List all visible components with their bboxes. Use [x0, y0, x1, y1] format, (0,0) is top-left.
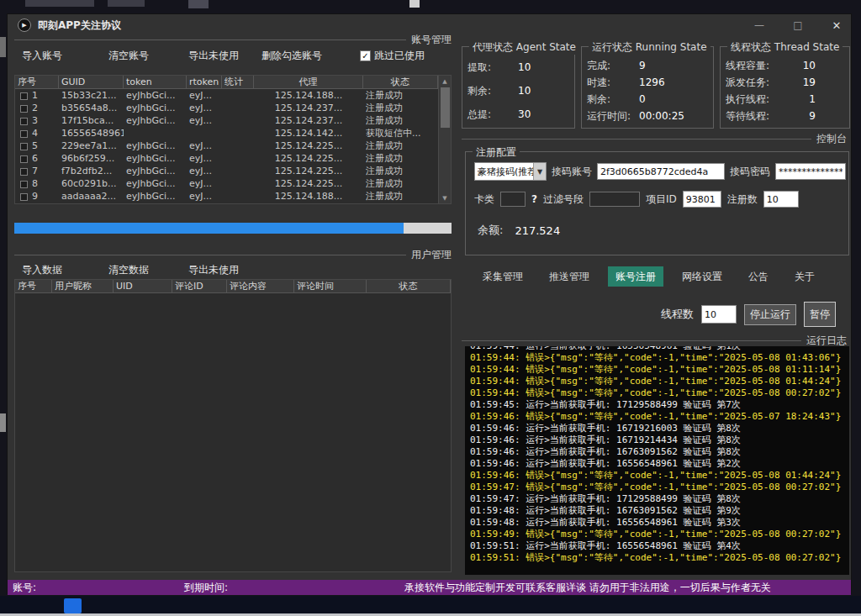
table-cell: 229ee7a1...: [59, 140, 124, 152]
sms-provider-select[interactable]: 豪猪接码(推荐 ▼: [474, 162, 547, 181]
row-number: 2: [32, 103, 38, 113]
user-section-label: 用户管理: [411, 248, 452, 262]
table-cell: eyJhbGci...: [124, 165, 187, 177]
table-cell: eyJhbGci...: [124, 152, 187, 165]
start-button[interactable]: [64, 598, 82, 613]
column-header[interactable]: 序号: [15, 280, 52, 293]
state-item-label: 剩余:: [587, 92, 639, 107]
column-header[interactable]: 状态: [367, 280, 451, 293]
console-tab[interactable]: 公告: [741, 266, 776, 287]
maximize-button[interactable]: □: [790, 19, 806, 31]
clear-data-button[interactable]: 清空数据: [108, 263, 149, 277]
column-header[interactable]: 评论时间: [294, 280, 367, 293]
scrollbar-thumb[interactable]: [441, 87, 450, 128]
column-header[interactable]: 用户昵称: [52, 280, 114, 293]
row-checkbox[interactable]: [20, 168, 28, 176]
skip-used-checkbox[interactable]: ✓ 跳过已使用: [360, 49, 425, 63]
table-row[interactable]: 7f7b2dfb2...eyJhbGci...eyJ...125.124.225…: [15, 165, 438, 177]
column-header[interactable]: 统计: [222, 76, 254, 89]
user-table[interactable]: 序号用户昵称UID评论ID评论内容评论时间状态: [14, 279, 452, 572]
column-header[interactable]: token: [124, 76, 187, 89]
scroll-up-icon[interactable]: ▲: [439, 76, 451, 87]
column-header[interactable]: 评论内容: [227, 280, 294, 293]
table-row[interactable]: 2b35654a8...eyJhbGci...eyJ...125.124.237…: [15, 102, 438, 114]
table-row[interactable]: 5229ee7a1...eyJhbGci...eyJ...125.124.225…: [15, 140, 438, 152]
table-cell: 125.124.225...: [254, 140, 363, 152]
pause-button[interactable]: 暂停: [804, 302, 836, 327]
console-tab[interactable]: 采集管理: [475, 266, 531, 287]
table-row[interactable]: 9aadaaaa2...eyJhbGci...eyJ...125.124.188…: [15, 190, 438, 203]
table-cell: 注册成功: [363, 190, 438, 203]
sms-account-input[interactable]: [597, 163, 725, 180]
row-checkbox[interactable]: [20, 92, 28, 100]
export-unused-data-button[interactable]: 导出未使用: [188, 263, 239, 277]
clear-accounts-button[interactable]: 清空账号: [108, 49, 149, 63]
row-checkbox[interactable]: [20, 193, 28, 201]
delete-checked-accounts-button[interactable]: 删除勾选账号: [261, 49, 322, 63]
agent-state-box: 代理状态 Agent State 提取:10剩余:10总提:30: [462, 46, 575, 129]
log-line: 01:59:47: 运行>当前获取手机: 17129588499 验证码 第8次: [470, 493, 849, 505]
row-checkbox[interactable]: [20, 155, 28, 163]
table-row[interactable]: 115b33c21...eyJhbGci...eyJ...125.124.188…: [15, 89, 438, 102]
sms-password-input[interactable]: [775, 163, 846, 180]
run-log[interactable]: 01:59:44: 运行>当前获取手机: 16556548961 验证码 第1次…: [465, 346, 849, 575]
state-item: 执行线程:1: [721, 91, 849, 108]
card-type-input[interactable]: [500, 192, 526, 207]
row-number: 3: [32, 115, 38, 126]
table-row[interactable]: 696b6f259...eyJhbGci...eyJ...125.124.225…: [15, 152, 438, 165]
balance-label: 余额:: [478, 223, 503, 238]
column-header[interactable]: UID: [114, 280, 172, 293]
row-checkbox[interactable]: [20, 118, 28, 125]
register-count-input[interactable]: [763, 191, 799, 208]
row-number: 7: [32, 166, 38, 176]
chevron-down-icon[interactable]: ▼: [533, 163, 546, 180]
filter-segment-input[interactable]: [589, 192, 640, 207]
log-line: 01:59:46: 运行>当前获取手机: 16719216003 验证码 第8次: [470, 423, 849, 434]
state-item-label: 剩余:: [467, 84, 506, 98]
stop-run-button[interactable]: 停止运行: [744, 304, 796, 325]
import-accounts-button[interactable]: 导入账号: [22, 49, 62, 63]
console-tab[interactable]: 账号注册: [608, 266, 663, 287]
window-controls: — □ ✕: [752, 14, 844, 36]
column-header[interactable]: 序号: [15, 76, 59, 89]
user-table-header: 序号用户昵称UID评论ID评论内容评论时间状态: [15, 280, 451, 293]
export-unused-accounts-button[interactable]: 导出未使用: [188, 49, 239, 63]
log-line: 01:59:49: 错误>{"msg":"等待","code":-1,"time…: [470, 529, 849, 540]
table-row[interactable]: 416556548961125.124.142...获取短信中...: [15, 127, 438, 140]
row-checkbox[interactable]: [20, 143, 28, 150]
row-checkbox[interactable]: [20, 181, 28, 188]
scroll-down-icon[interactable]: ▼: [439, 192, 451, 203]
project-id-input[interactable]: [683, 191, 721, 208]
column-header[interactable]: rtoken: [187, 76, 222, 89]
table-row[interactable]: 317f15bca...eyJhbGci...eyJ...125.124.237…: [15, 114, 438, 127]
table-cell: eyJ...: [187, 165, 222, 177]
console-tab[interactable]: 推送管理: [541, 266, 597, 287]
thread-count-input[interactable]: [701, 305, 737, 324]
scrollbar[interactable]: ▲ ▼: [438, 76, 451, 203]
row-checkbox[interactable]: [20, 105, 28, 113]
account-table[interactable]: 序号GUIDtokenrtoken统计代理状态 115b33c21...eyJh…: [14, 75, 452, 204]
register-config-title: 注册配置: [473, 145, 520, 160]
table-cell: 96b6f259...: [59, 152, 124, 165]
table-cell: 注册成功: [363, 152, 438, 165]
minimize-button[interactable]: —: [752, 19, 767, 31]
column-header[interactable]: 评论ID: [172, 280, 227, 293]
help-icon[interactable]: ?: [531, 193, 537, 205]
table-cell: eyJ...: [187, 152, 222, 165]
console-tab[interactable]: 关于: [787, 266, 822, 287]
state-item-value: 9: [809, 110, 816, 122]
column-header[interactable]: GUID: [59, 76, 124, 89]
table-cell: [222, 114, 254, 127]
column-header[interactable]: 状态: [363, 76, 438, 89]
column-header[interactable]: 代理: [254, 76, 363, 89]
import-data-button[interactable]: 导入数据: [22, 263, 62, 277]
desktop-fragment: [25, 0, 94, 7]
close-button[interactable]: ✕: [829, 19, 844, 32]
log-line: 01:59:44: 错误>{"msg":"等待","code":-1,"time…: [470, 376, 849, 387]
table-row[interactable]: 860c0291b...eyJhbGci...eyJ...125.124.225…: [15, 177, 438, 190]
row-checkbox[interactable]: [20, 130, 28, 138]
table-cell: 注册成功: [363, 89, 438, 102]
console-tab[interactable]: 网络设置: [674, 266, 730, 287]
account-toolbar: 导入账号 清空账号 导出未使用 删除勾选账号 ✓ 跳过已使用: [14, 48, 452, 63]
table-cell: 125.124.225...: [254, 152, 363, 165]
